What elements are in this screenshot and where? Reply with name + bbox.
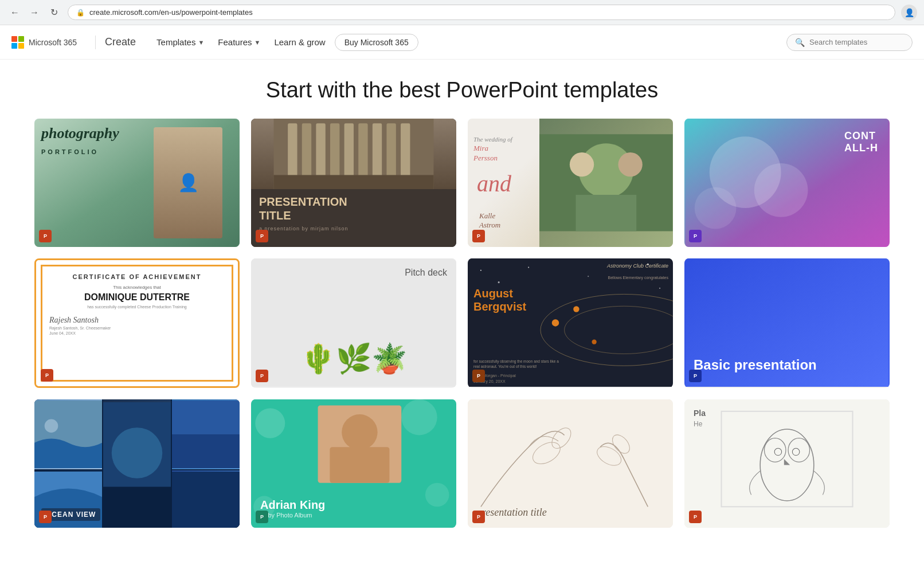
card2-text-area: PRESENTATIONTITLE a presentation by mirj… (251, 189, 456, 247)
baby-subtitle: Baby Photo Album (260, 512, 325, 519)
nav-features[interactable]: Features ▼ (211, 33, 267, 52)
nav-templates[interactable]: Templates ▼ (150, 33, 211, 52)
card-thumb: Astronomy Club Certificate Bellows Eleme… (468, 258, 673, 387)
browser-chrome: ← → ↻ 🔒 create.microsoft.com/en-us/power… (0, 0, 924, 25)
microsoft365-logo[interactable]: Microsoft 365 (11, 36, 77, 49)
ppt-badge-9: P (39, 511, 52, 523)
svg-rect-10 (274, 175, 434, 189)
forward-button[interactable]: → (26, 5, 42, 21)
svg-point-49 (342, 414, 377, 450)
card7-cert-title: Astronomy Club Certificate (607, 263, 668, 269)
create-label[interactable]: Create (105, 36, 136, 48)
svg-rect-50 (330, 447, 389, 482)
template-cont[interactable]: CONTALL-H P (684, 119, 890, 247)
svg-point-19 (695, 187, 737, 229)
bird-card-sublabel: He (694, 420, 702, 428)
template-baby-photo[interactable]: Adrian King Baby Photo Album P (251, 399, 456, 528)
baby-name: Adrian King (260, 499, 325, 512)
features-chevron-icon: ▼ (255, 39, 261, 46)
card-thumb: Pitch deck 🌵🌿🪴 P (251, 258, 456, 387)
ppt-badge-4: P (689, 230, 702, 242)
nav-templates-label: Templates (156, 37, 195, 47)
template-bird-illustration[interactable]: Pla He P (684, 399, 890, 528)
card4-cont-text: CONTALL-H (844, 130, 878, 154)
svg-rect-2 (302, 123, 311, 179)
svg-point-15 (618, 152, 643, 176)
template-ocean-view[interactable]: OCEAN VIEW P (34, 399, 240, 528)
browser-profile-icon[interactable]: 👤 (901, 5, 917, 21)
page-heading: Start with the best PowerPoint templates (0, 60, 924, 119)
back-button[interactable]: ← (7, 5, 23, 21)
card-thumb: PRESENTATIONTITLE a presentation by mirj… (251, 119, 456, 247)
svg-rect-13 (576, 195, 637, 231)
bird-svg (684, 399, 890, 528)
template-botanical[interactable]: presentation title P (468, 399, 673, 528)
card-thumb: Basic presentation P (684, 258, 890, 387)
ppt-badge-10: P (256, 511, 268, 523)
card5-date: June 04, 20XX (49, 331, 225, 335)
svg-point-14 (570, 152, 594, 176)
svg-rect-7 (373, 123, 382, 179)
logo-green (18, 36, 24, 42)
card7-name: AugustBergqvist (473, 287, 526, 313)
template-wedding[interactable]: The wedding of MiraPersson and KalleAstr… (468, 119, 673, 247)
ocean-cell-1 (34, 399, 102, 469)
template-presentation-title[interactable]: PRESENTATIONTITLE a presentation by mirj… (251, 119, 456, 247)
ppt-badge-6: P (256, 370, 268, 382)
ppt-badge-1: P (39, 230, 52, 242)
ppt-badge-11: P (472, 511, 485, 523)
logo-blue (11, 43, 17, 49)
svg-rect-3 (316, 123, 325, 179)
svg-point-46 (425, 482, 449, 507)
svg-point-30 (573, 306, 579, 312)
svg-point-34 (45, 419, 58, 433)
baby-text-area: Adrian King Baby Photo Album (260, 499, 325, 519)
svg-rect-42 (172, 472, 240, 528)
card3-and: and (477, 170, 511, 197)
ppt-badge-2: P (256, 230, 268, 242)
address-bar[interactable]: 🔒 create.microsoft.com/en-us/powerpoint-… (68, 5, 895, 20)
logo-yellow (18, 43, 24, 49)
templates-grid: photography PORTFOLIO 👤 P (0, 119, 924, 539)
svg-rect-1 (288, 123, 297, 179)
card-thumb: presentation title P (468, 399, 673, 528)
card5-sig: Rajesh Santosh (49, 316, 225, 325)
reload-button[interactable]: ↻ (46, 5, 62, 21)
card5-content: CERTIFICATE OF ACHIEVEMENT This acknowle… (41, 265, 233, 382)
nav-features-label: Features (218, 37, 252, 47)
template-certificate[interactable]: CERTIFICATE OF ACHIEVEMENT This acknowle… (34, 258, 240, 388)
card1-main-text: photography (41, 125, 119, 142)
templates-chevron-icon: ▼ (198, 39, 204, 46)
nav-learn-grow[interactable]: Learn & grow (267, 33, 332, 52)
template-photography-portfolio[interactable]: photography PORTFOLIO 👤 P (34, 119, 240, 247)
buy-microsoft365-button[interactable]: Buy Microsoft 365 (335, 34, 418, 51)
card2-title-text: PRESENTATIONTITLE (259, 195, 448, 222)
card-thumb: Pla He P (684, 399, 890, 528)
card-thumb: OCEAN VIEW P (34, 399, 240, 528)
ppt-badge-8: P (689, 370, 702, 382)
top-navigation: Microsoft 365 Create Templates ▼ Feature… (0, 25, 924, 60)
card6-title: Pitch deck (405, 268, 447, 278)
svg-rect-9 (401, 123, 410, 179)
card3-kalle: KalleAstrom (479, 211, 500, 230)
nav-divider (95, 36, 96, 49)
search-bar[interactable]: 🔍 (786, 34, 913, 51)
card6-plants-image: 🌵🌿🪴 (251, 342, 456, 375)
ocean-cell2-svg (103, 399, 171, 528)
svg-rect-5 (344, 123, 354, 179)
ocean-cell5-svg (172, 470, 240, 528)
ocean-cell3-svg (172, 399, 240, 469)
search-input[interactable] (809, 38, 901, 46)
card1-person-image: 👤 (154, 127, 222, 238)
svg-rect-6 (358, 123, 367, 179)
ms365-label: Microsoft 365 (29, 38, 77, 47)
template-astronomy[interactable]: Astronomy Club Certificate Bellows Eleme… (468, 258, 673, 388)
template-basic-presentation[interactable]: Basic presentation P (684, 258, 890, 388)
ppt-badge-3: P (472, 230, 485, 242)
svg-point-18 (754, 163, 808, 217)
card7-school: Bellows Elementary congratulates (608, 276, 668, 280)
card3-photo-area (539, 119, 673, 247)
template-pitch-deck[interactable]: Pitch deck 🌵🌿🪴 P (251, 258, 456, 388)
wedding-photo-svg (539, 119, 673, 247)
search-icon: 🔍 (795, 38, 805, 47)
